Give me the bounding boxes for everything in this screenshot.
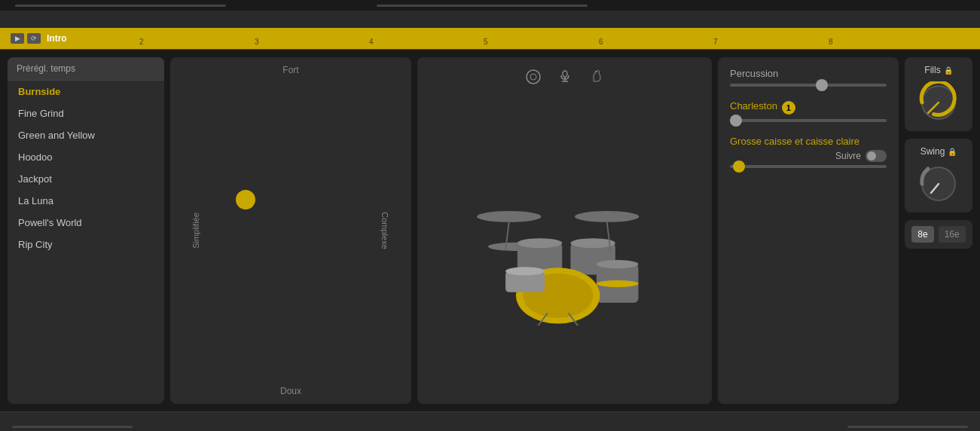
sidebar: Prérégl. temps Burnside Fine Grind Green…: [8, 57, 164, 404]
fills-section: Fills 🔒: [905, 57, 972, 131]
suivre-row: Suivre: [730, 150, 887, 162]
swing-label-row: Swing 🔒: [920, 146, 957, 157]
complexity-panel: Fort Simplifiée Complexe Doux: [170, 57, 411, 404]
bottom-handle-left[interactable]: [12, 426, 133, 428]
complexity-label-top: Fort: [282, 65, 298, 75]
swing-lock-icon[interactable]: 🔒: [948, 148, 957, 156]
svg-point-0: [527, 70, 540, 84]
sidebar-item-fine-grind[interactable]: Fine Grind: [8, 102, 164, 124]
drum-icon-circle[interactable]: [524, 68, 542, 90]
sidebar-list: Burnside Fine Grind Green and Yellow Hoo…: [8, 81, 164, 255]
timeline-intro-label: Intro: [47, 33, 67, 44]
fills-label: Fills: [924, 65, 940, 75]
complexity-dot[interactable]: [236, 190, 255, 209]
resize-handle-left[interactable]: [15, 5, 226, 7]
swing-section: Swing 🔒: [905, 139, 972, 212]
swing-knob[interactable]: [917, 163, 960, 205]
loop-button[interactable]: ⟳: [27, 33, 41, 44]
svg-point-13: [596, 260, 638, 268]
beat-btn-8e[interactable]: 8e: [911, 226, 933, 243]
percussion-thumb[interactable]: [816, 79, 828, 91]
complexity-area[interactable]: Simplifiée Complexe: [170, 75, 411, 386]
sidebar-item-hoodoo[interactable]: Hoodoo: [8, 146, 164, 168]
swing-label: Swing: [920, 146, 945, 157]
svg-point-18: [505, 267, 545, 275]
sidebar-header: Prérégl. temps: [8, 57, 164, 81]
grosse-caisse-section: Grosse caisse et caisse claire Suivre: [730, 136, 887, 168]
ruler-mark-6: 6: [599, 38, 603, 46]
sidebar-item-burnside[interactable]: Burnside: [8, 81, 164, 102]
sidebar-item-green-and-yellow[interactable]: Green and Yellow: [8, 124, 164, 146]
sidebar-item-jackpot[interactable]: Jackpot: [8, 168, 164, 190]
charleston-slider[interactable]: [730, 119, 887, 122]
svg-point-9: [517, 238, 561, 248]
complexity-label-right: Complexe: [380, 212, 389, 249]
charleston-section: Charleston 1: [730, 100, 887, 122]
grosse-label: Grosse caisse et caisse claire: [730, 136, 887, 147]
drum-panel: [417, 57, 712, 404]
drum-visual: [417, 96, 712, 404]
ruler-mark-4: 4: [369, 38, 374, 46]
drum-icon-hand[interactable]: [588, 68, 606, 90]
top-resize-area: [0, 0, 980, 11]
suivre-toggle[interactable]: [866, 150, 887, 162]
sidebar-item-powells-world[interactable]: Powell's World: [8, 212, 164, 234]
charleston-badge: 1: [782, 101, 795, 115]
beat-buttons: 8e 16e: [905, 220, 972, 249]
ruler-mark-8: 8: [829, 38, 833, 46]
svg-point-6: [575, 211, 639, 222]
charleston-thumb[interactable]: [730, 115, 742, 127]
right-panel: Fills 🔒 Swing 🔒: [905, 57, 972, 404]
grosse-slider[interactable]: [730, 165, 887, 168]
fills-knob[interactable]: [917, 81, 960, 124]
grosse-thumb[interactable]: [733, 160, 745, 173]
percussion-label: Percussion: [730, 68, 887, 79]
bottom-handle-right[interactable]: [847, 426, 968, 428]
ruler-mark-2: 2: [139, 38, 144, 46]
complexity-label-bottom: Doux: [280, 386, 301, 396]
fills-lock-icon[interactable]: 🔒: [944, 66, 953, 75]
svg-point-2: [563, 71, 567, 77]
drum-kit-svg: [467, 175, 663, 326]
complexity-label-left: Simplifiée: [191, 212, 200, 249]
drum-icons-row: [417, 57, 712, 96]
sidebar-item-la-luna[interactable]: La Luna: [8, 190, 164, 212]
bottom-bar: [0, 411, 980, 431]
toggle-knob: [867, 151, 876, 160]
svg-point-16: [596, 280, 638, 286]
timeline-controls: ▶ ⟳ Intro: [5, 33, 67, 44]
ruler-mark-7: 7: [713, 38, 718, 46]
svg-point-5: [477, 211, 541, 222]
sidebar-item-rip-city[interactable]: Rip City: [8, 234, 164, 255]
svg-point-1: [530, 74, 536, 80]
main-content: Prérégl. temps Burnside Fine Grind Green…: [0, 50, 980, 411]
drum-icon-mic[interactable]: [556, 68, 574, 90]
fills-label-row: Fills 🔒: [924, 65, 952, 75]
timeline-ruler: ▶ ⟳ Intro 2 3 4 5 6 7 8: [0, 28, 980, 49]
controls-panel: Percussion Charleston 1 Grosse caisse et…: [718, 57, 899, 404]
ruler-mark-5: 5: [484, 38, 488, 46]
percussion-slider[interactable]: [730, 84, 887, 87]
timeline-ruler-bar: ▶ ⟳ Intro 2 3 4 5 6 7 8: [0, 11, 980, 50]
charleston-label: Charleston: [730, 100, 777, 112]
play-button[interactable]: ▶: [11, 33, 24, 44]
beat-btn-16e[interactable]: 16e: [939, 226, 966, 243]
resize-handle-right[interactable]: [377, 5, 588, 7]
percussion-section: Percussion: [730, 68, 887, 87]
suivre-label: Suivre: [835, 151, 861, 161]
ruler-mark-3: 3: [255, 38, 259, 46]
